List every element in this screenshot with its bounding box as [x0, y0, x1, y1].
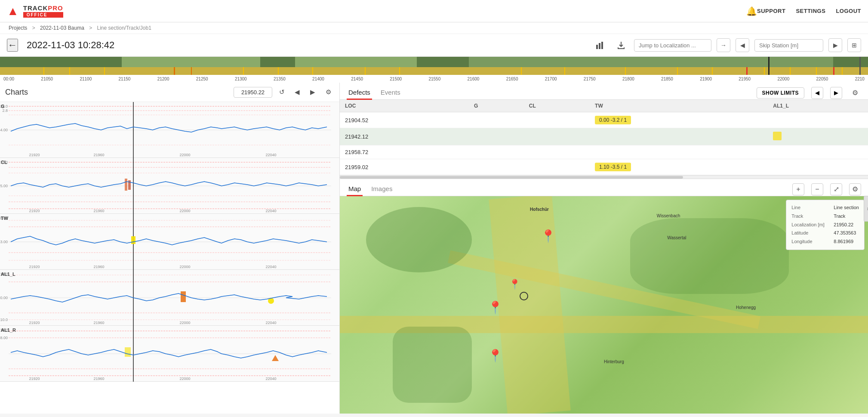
overview-bar[interactable]: 00:00 21050 21100 21150 21200 21250 2130… — [0, 57, 868, 83]
next-station-button[interactable]: ▶ — [828, 38, 842, 52]
logout-link[interactable]: LOGOUT — [836, 8, 861, 14]
map-info-lat-value: 47.353563 — [834, 229, 856, 238]
bell-icon[interactable]: 🔔 — [746, 6, 757, 16]
map-info-loc-value: 21950.22 — [834, 221, 853, 229]
map-pin-2[interactable]: 📍 — [488, 300, 503, 315]
svg-text:22040: 22040 — [265, 321, 276, 325]
defects-table: LOC G CL TW AL1_L 21904.52 0.00 -3.2 / — [340, 100, 868, 175]
overview-segment-2 — [295, 57, 417, 67]
jump-to-localization-input[interactable] — [634, 39, 711, 52]
chart-icon-button[interactable] — [593, 37, 608, 53]
defects-header-row: LOC G CL TW AL1_L — [340, 100, 868, 112]
table-row[interactable]: 21959.02 1.10 -3.5 / 1 — [340, 159, 868, 175]
settings-link[interactable]: SETTINGS — [796, 8, 825, 14]
map-zoom-out-button[interactable]: − — [811, 183, 823, 195]
table-row[interactable]: 21904.52 0.00 -3.2 / 1 — [340, 112, 868, 128]
tab-events[interactable]: Events — [379, 86, 402, 100]
prev-chart-button[interactable]: ◀ — [291, 86, 303, 98]
defects-filter-button[interactable]: ⚙ — [849, 87, 861, 99]
svg-text:2.8: 2.8 — [2, 108, 8, 113]
defects-prev-button[interactable]: ◀ — [811, 87, 823, 99]
export-icon — [617, 41, 625, 49]
defects-tabs-bar: Defects Events SHOW LIMITS ◀ ▶ ⚙ — [340, 83, 868, 100]
split-icon: ⊞ — [852, 42, 857, 49]
next-chart-button[interactable]: ▶ — [307, 86, 319, 98]
ov-label: 21500 — [390, 77, 402, 81]
svg-text:22040: 22040 — [265, 209, 276, 213]
ov-label: 21600 — [468, 77, 480, 81]
cell-tw — [590, 145, 768, 159]
table-row[interactable]: 21958.72 — [340, 145, 868, 159]
skip-station-input[interactable] — [754, 39, 823, 52]
table-scrollbar[interactable] — [340, 175, 868, 179]
chart-label-al1l: AL1_L — [1, 272, 15, 277]
map-pin-3[interactable]: 📍 — [509, 279, 520, 290]
table-row[interactable]: 21942.12 — [340, 128, 868, 145]
map-info-line-row: Line Line section — [791, 204, 859, 212]
overview-segment-1 — [122, 57, 261, 67]
svg-text:22040: 22040 — [265, 265, 276, 269]
cell-cl — [524, 145, 590, 159]
split-view-button[interactable]: ⊞ — [847, 38, 861, 52]
prev-station-button[interactable]: ◀ — [736, 38, 749, 52]
map-info-lat-row: Latitude 47.353563 — [791, 229, 859, 238]
map-pin-4[interactable]: 📍 — [488, 349, 503, 363]
tab-images[interactable]: Images — [369, 182, 394, 196]
tab-map[interactable]: Map — [347, 182, 363, 196]
map-info-line-value: Line section — [834, 204, 859, 212]
map-container[interactable]: 📍 📍 📍 📍 Hofschür Wissenbach Wassertal Ho… — [340, 196, 868, 414]
map-section: Map Images + − ⤢ ⚙ — [340, 179, 868, 414]
cell-cl — [524, 128, 590, 145]
tab-defects[interactable]: Defects — [347, 86, 372, 100]
support-link[interactable]: SUPPORT — [757, 8, 785, 14]
cell-tw: 1.10 -3.5 / 1 — [590, 159, 768, 175]
chart-svg-g: 28.0 2.8 -4.00 21920 21960 22000 22040 — [0, 102, 331, 158]
jump-arrow-icon: → — [720, 42, 726, 49]
charts-body: G 28.0 2.8 -4.00 21920 21960 — [0, 102, 339, 414]
svg-text:-5.00: -5.00 — [0, 184, 8, 188]
map-zoom-in-button[interactable]: + — [792, 183, 804, 195]
chart-label-tw: TW — [1, 216, 8, 221]
overview-marker-bar — [0, 67, 868, 75]
map-info-track-row: Track Track — [791, 212, 859, 221]
defects-next-button[interactable]: ▶ — [830, 87, 842, 99]
export-button[interactable] — [613, 37, 629, 53]
ov-label: 21650 — [506, 77, 518, 81]
logo-track: TRACK — [23, 4, 48, 12]
col-tw: TW — [590, 100, 768, 112]
map-pin-1[interactable]: 📍 — [541, 229, 556, 243]
filter-chart-button[interactable]: ⚙ — [322, 86, 334, 98]
defects-section: Defects Events SHOW LIMITS ◀ ▶ ⚙ LOC G C… — [340, 83, 868, 179]
reset-button[interactable]: ↺ — [276, 86, 288, 98]
map-info-lon-label: Longitude — [791, 238, 830, 246]
ov-label: 21400 — [312, 77, 324, 81]
svg-text:21920: 21920 — [29, 377, 40, 381]
cell-cl — [524, 112, 590, 128]
defects-table-wrap: LOC G CL TW AL1_L 21904.52 0.00 -3.2 / — [340, 100, 868, 175]
cell-loc: 21904.52 — [340, 112, 469, 128]
defects-table-head: LOC G CL TW AL1_L — [340, 100, 868, 112]
overview-segment-3 — [469, 57, 834, 67]
back-button[interactable]: ← — [7, 39, 18, 52]
cell-g — [469, 145, 524, 159]
svg-text:21960: 21960 — [93, 209, 104, 213]
breadcrumb-projects[interactable]: Projects — [9, 25, 27, 31]
map-terrain-2 — [630, 218, 788, 294]
map-settings-button[interactable]: ⚙ — [849, 183, 861, 195]
breadcrumb-job[interactable]: 2022-11-03 Bauma — [40, 25, 84, 31]
right-panel: Defects Events SHOW LIMITS ◀ ▶ ⚙ LOC G C… — [340, 83, 868, 414]
cell-loc: 21959.02 — [340, 159, 469, 175]
overview-tick — [243, 67, 244, 75]
charts-title: Charts — [5, 88, 230, 97]
svg-text:21960: 21960 — [93, 153, 104, 157]
toolbar: ← 2022-11-03 10:28:42 → ◀ ▶ ⊞ — [0, 34, 868, 57]
overview-tick — [104, 67, 105, 75]
cell-al1l — [768, 128, 868, 145]
ov-label: 21550 — [428, 77, 440, 81]
scrollbar-thumb[interactable] — [340, 176, 683, 179]
map-fullscreen-button[interactable]: ⤢ — [830, 183, 842, 195]
jump-arrow-button[interactable]: → — [717, 38, 730, 52]
col-cl: CL — [524, 100, 590, 112]
show-limits-button[interactable]: SHOW LIMITS — [757, 87, 805, 99]
map-label-hofschur: Hofschür — [530, 207, 549, 212]
